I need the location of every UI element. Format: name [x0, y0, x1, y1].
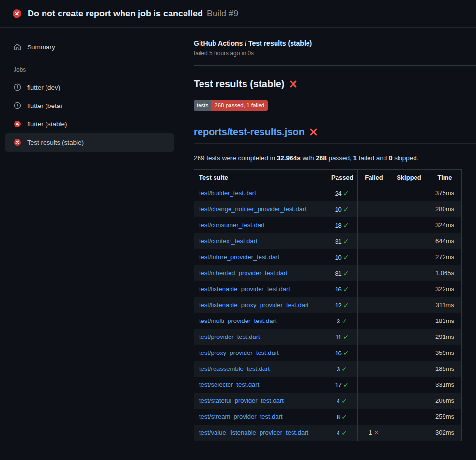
test-suite-link[interactable]: test/stream_provider_test.dart — [199, 413, 283, 420]
build-number: Build #9 — [207, 9, 238, 19]
job-label: flutter (stable) — [27, 121, 67, 128]
test-table-body: test/builder_test.dart 24✓ 375ms test/ch… — [194, 185, 462, 441]
table-row: test/value_listenable_provider_test.dart… — [194, 425, 462, 441]
test-suite-link[interactable]: test/inherited_provider_test.dart — [199, 269, 288, 276]
test-suite-link[interactable]: test/stateful_provider_test.dart — [199, 397, 284, 404]
test-suite-link[interactable]: test/listenable_proxy_provider_test.dart — [199, 301, 309, 308]
sidebar-job-item[interactable]: flutter (stable) — [5, 115, 174, 133]
skipped-cell — [390, 393, 428, 409]
skipped-cell — [390, 201, 428, 217]
test-suite-link[interactable]: test/listenable_provider_test.dart — [199, 285, 290, 292]
passed-cell: 16✓ — [326, 281, 358, 297]
failed-cell — [358, 313, 390, 329]
check-icon: ✓ — [343, 269, 349, 277]
skipped-cell — [390, 425, 428, 441]
check-icon: ✓ — [343, 221, 349, 229]
failed-cell — [358, 393, 390, 409]
passed-cell: 8✓ — [326, 409, 358, 425]
failed-cell — [358, 297, 390, 313]
report-file-link[interactable]: reports/test-results.json — [194, 126, 305, 138]
time-cell: 302ms — [428, 425, 462, 441]
test-summary-sentence: 269 tests were completed in 32.964s with… — [194, 154, 476, 162]
passed-cell: 12✓ — [326, 297, 358, 313]
check-icon: ✓ — [343, 333, 349, 341]
time-cell: 183ms — [428, 313, 462, 329]
sidebar-job-item[interactable]: flutter (dev) — [5, 78, 174, 96]
breadcrumb: GitHub Actions / Test results (stable) — [194, 39, 476, 47]
table-row: test/stateful_provider_test.dart 4✓ 206m… — [194, 393, 462, 409]
test-suite-link[interactable]: test/proxy_provider_test.dart — [199, 349, 279, 356]
badge-value: 268 passed, 1 failed — [211, 100, 268, 111]
check-icon: ✓ — [343, 237, 349, 245]
check-icon: ✓ — [341, 365, 347, 373]
test-suite-link[interactable]: test/context_test.dart — [199, 237, 258, 245]
table-row: test/reassemble_test.dart 3✓ 185ms — [194, 361, 462, 377]
neutral-status-icon — [14, 83, 21, 91]
sidebar-job-item[interactable]: Test results (stable) — [5, 133, 174, 152]
failed-status-icon — [14, 138, 21, 146]
header-skipped: Skipped — [390, 169, 428, 185]
check-icon: ✓ — [341, 317, 347, 325]
passed-cell: 3✓ — [326, 313, 358, 329]
test-suite-link[interactable]: test/provider_test.dart — [199, 333, 260, 340]
passed-cell: 81✓ — [326, 265, 358, 281]
passed-cell: 10✓ — [326, 249, 358, 265]
test-suite-link[interactable]: test/selector_test.dart — [199, 381, 259, 388]
check-run-header: Do not create report when job is cancell… — [0, 0, 476, 28]
check-icon: ✓ — [343, 349, 349, 357]
table-row: test/future_provider_test.dart 10✓ 272ms — [194, 249, 462, 265]
check-icon: ✓ — [341, 429, 347, 437]
passed-cell: 3✓ — [326, 361, 358, 377]
failed-cell — [358, 265, 390, 281]
skipped-cell — [390, 297, 428, 313]
time-cell: 375ms — [428, 185, 462, 201]
time-cell: 359ms — [428, 345, 462, 361]
time-cell: 291ms — [428, 329, 462, 345]
time-cell: 272ms — [428, 249, 462, 265]
test-suite-link[interactable]: test/change_notifier_provider_test.dart — [199, 205, 307, 213]
sidebar-item-summary[interactable]: Summary — [5, 38, 174, 56]
check-icon: ✓ — [341, 413, 347, 421]
check-icon: ✓ — [343, 301, 349, 309]
time-cell: 644ms — [428, 233, 462, 249]
table-row: test/provider_test.dart 11✓ 291ms — [194, 329, 462, 345]
test-suite-link[interactable]: test/reassemble_test.dart — [199, 365, 270, 372]
test-suite-link[interactable]: test/future_provider_test.dart — [199, 253, 279, 261]
header-time: Time — [428, 169, 462, 185]
check-icon: ✓ — [343, 381, 349, 389]
skipped-cell — [390, 233, 428, 249]
test-suite-link[interactable]: test/builder_test.dart — [199, 189, 256, 197]
passed-cell: 11✓ — [326, 329, 358, 345]
sidebar: Summary Jobs flutter (dev) — [0, 28, 179, 152]
test-suite-link[interactable]: test/consumer_test.dart — [199, 221, 265, 229]
failed-status-icon — [14, 120, 21, 128]
sidebar-summary-label: Summary — [27, 44, 55, 51]
test-suite-link[interactable]: test/value_listenable_provider_test.dart — [199, 429, 308, 436]
home-icon — [14, 43, 21, 51]
main-content: GitHub Actions / Test results (stable) f… — [179, 28, 476, 453]
check-icon: ✓ — [343, 205, 349, 213]
failed-cell — [358, 377, 390, 393]
job-list: flutter (dev) flutter (beta) — [0, 78, 179, 152]
skipped-cell — [390, 265, 428, 281]
skipped-cell — [390, 217, 428, 233]
failed-cell — [358, 345, 390, 361]
section-title: Test results (stable) — [194, 78, 284, 90]
test-suite-link[interactable]: test/multi_provider_test.dart — [199, 317, 276, 324]
job-label: flutter (beta) — [27, 102, 62, 109]
table-row: test/builder_test.dart 24✓ 375ms — [194, 185, 462, 201]
table-row: test/selector_test.dart 17✓ 331ms — [194, 377, 462, 393]
skipped-cell — [390, 345, 428, 361]
passed-cell: 4✓ — [326, 393, 358, 409]
check-icon: ✓ — [341, 397, 347, 405]
skipped-cell — [390, 361, 428, 377]
failed-cell — [358, 281, 390, 297]
failed-cell — [358, 409, 390, 425]
sidebar-job-item[interactable]: flutter (beta) — [5, 96, 174, 115]
skipped-cell — [390, 185, 428, 201]
skipped-cell — [390, 313, 428, 329]
failed-cell — [358, 361, 390, 377]
passed-cell: 18✓ — [326, 217, 358, 233]
time-cell: 331ms — [428, 377, 462, 393]
results-table: Test suite Passed Failed Skipped Time te… — [194, 169, 462, 441]
